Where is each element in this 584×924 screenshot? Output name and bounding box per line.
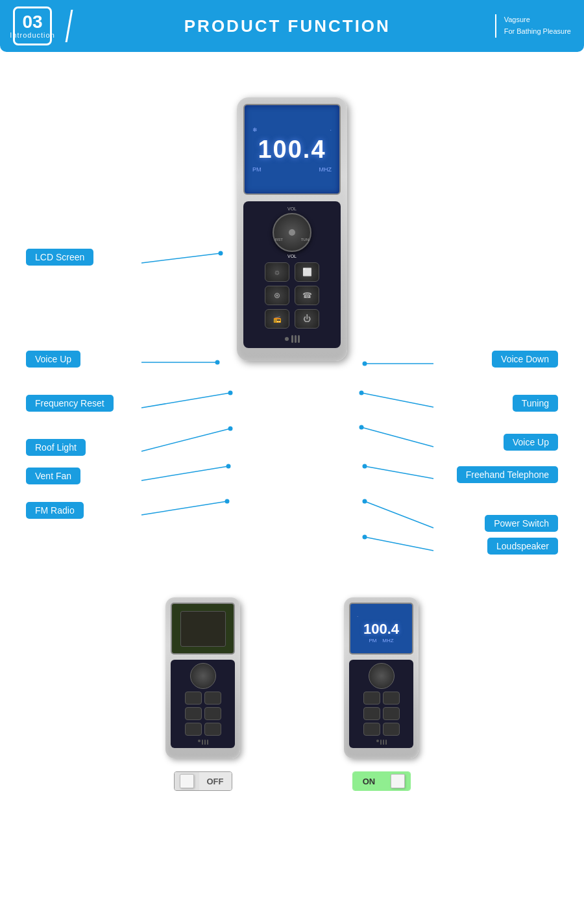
on-toggle[interactable]: ON [352, 771, 411, 791]
lcd-off-screen [180, 611, 226, 647]
mini-spk-line-on-1 [380, 740, 382, 745]
svg-line-10 [141, 501, 227, 515]
dial-group-main: VOL RST TUN VOL [273, 206, 311, 258]
svg-line-16 [361, 427, 433, 447]
mini-btn-1[interactable] [185, 692, 202, 705]
mini-btn-2[interactable] [204, 692, 221, 705]
svg-line-6 [141, 429, 230, 451]
mini-btn-on-4[interactable] [383, 707, 400, 720]
svg-point-17 [359, 425, 364, 430]
display-btn[interactable]: ⬜ [295, 262, 319, 282]
svg-line-14 [361, 393, 433, 407]
light-display-row: ☼ ⬜ [249, 262, 335, 282]
lcd-screen-label: LCD Screen [26, 249, 93, 266]
lcd-frequency: 100.4 [258, 136, 326, 164]
dial-control[interactable]: RST TUN [273, 213, 311, 252]
loudspeaker-label: Loudspeaker [487, 538, 558, 555]
lcd-bottom-bar: PM MHZ [250, 166, 334, 173]
page-header: 03 Introduction PRODUCT FUNCTION Vagsure… [0, 0, 584, 52]
power-icon: ⏻ [303, 314, 311, 323]
svg-line-8 [141, 466, 228, 481]
svg-line-0 [141, 253, 221, 263]
off-toggle[interactable]: OFF [174, 771, 232, 791]
off-device [165, 597, 240, 758]
mini-dial-on[interactable] [369, 663, 395, 689]
svg-line-20 [365, 501, 433, 528]
frequency-reset-label: Frequency Reset [26, 395, 114, 412]
display-icon: ⬜ [302, 268, 312, 277]
mini-btn-4[interactable] [204, 707, 221, 720]
mini-btn-on-3[interactable] [363, 707, 380, 720]
mini-lcd-on: · 100.4 PM MHZ [349, 603, 413, 655]
mini-btn-on-6[interactable] [383, 723, 400, 736]
mini-btn-on-5[interactable] [363, 723, 380, 736]
svg-point-7 [228, 427, 233, 431]
svg-point-23 [363, 535, 367, 540]
mini-btn-on-1[interactable] [363, 692, 380, 705]
voice-down-label: Voice Down [492, 351, 558, 368]
light-icon: ☼ [274, 268, 281, 277]
svg-point-21 [363, 499, 367, 504]
mini-dial-row [174, 663, 232, 689]
power-switch-label: Power Switch [485, 515, 558, 532]
lcd-top-bar: ❄ · [250, 127, 334, 133]
roof-light-label: Roof Light [26, 439, 86, 456]
mini-spk-line-2 [204, 740, 206, 745]
mini-btn-5[interactable] [185, 723, 202, 736]
speaker-dot [285, 337, 289, 341]
mini-btn-row2 [174, 707, 232, 720]
lcd-top-left-icon: ❄ [252, 127, 258, 133]
mini-dial-row-on [352, 663, 410, 689]
radio-btn[interactable]: 📻 [265, 309, 289, 329]
page-title: PRODUCT FUNCTION [80, 16, 495, 36]
phone-btn[interactable]: ☎ [295, 286, 319, 305]
tuning-label: Tuning [513, 395, 558, 412]
svg-point-19 [363, 464, 367, 469]
lcd-pm-label: PM [252, 166, 262, 173]
mini-spk-line-3 [207, 740, 208, 745]
lcd-top-right-icon: · [330, 127, 332, 133]
svg-point-13 [363, 362, 367, 366]
speaker-line-2 [295, 335, 297, 343]
diagram-section: ❄ · 100.4 PM MHZ VOL [0, 65, 584, 571]
fm-radio-label: FM Radio [26, 502, 84, 519]
svg-line-22 [365, 537, 433, 551]
loudspeaker-bar [249, 335, 335, 343]
on-toggle-track [385, 772, 410, 790]
brand-name: Vagsure [504, 14, 571, 26]
mini-btn-on-2[interactable] [383, 692, 400, 705]
mini-spk-dot [198, 740, 201, 742]
section-number: 03 [22, 13, 42, 31]
light-btn[interactable]: ☼ [265, 262, 289, 282]
svg-point-5 [228, 391, 233, 395]
mini-btn-row1-on [352, 692, 410, 705]
mini-btn-row3 [174, 723, 232, 736]
device-outer-shell: ❄ · 100.4 PM MHZ VOL [237, 97, 347, 361]
brand-tagline: For Bathing Pleasure [504, 26, 571, 38]
mini-btn-6[interactable] [204, 723, 221, 736]
dial-center-dot [289, 229, 295, 236]
mini-speaker-on [352, 740, 410, 745]
mini-spk-line-on-2 [383, 740, 384, 745]
freehand-telephone-label: Freehand Telephone [457, 466, 558, 483]
bottom-comparison-section: OFF · 100.4 PM MHZ [0, 571, 584, 810]
on-toggle-label: ON [353, 772, 385, 790]
speaker-line-3 [298, 335, 300, 343]
mini-spk-line-on-3 [385, 740, 387, 745]
mini-btn-3[interactable] [185, 707, 202, 720]
tun-label: TUN [301, 238, 309, 242]
rst-label: RST [275, 238, 283, 242]
svg-point-15 [359, 391, 364, 395]
section-number-box: 03 Introduction [13, 6, 52, 45]
power-btn[interactable]: ⏻ [295, 309, 319, 329]
mini-lcd-frequency: 100.4 [363, 621, 399, 638]
lcd-screen: ❄ · 100.4 PM MHZ [243, 104, 341, 195]
dial-vol-down-label: VOL [287, 254, 297, 258]
mini-dial-control[interactable] [190, 663, 216, 689]
fan-btn[interactable]: ⊛ [265, 286, 289, 305]
svg-point-1 [219, 251, 223, 256]
fan-phone-row: ⊛ ☎ [249, 286, 335, 305]
section-intro: Introduction [10, 31, 55, 39]
speaker-line-1 [291, 335, 293, 343]
svg-line-4 [141, 393, 230, 408]
